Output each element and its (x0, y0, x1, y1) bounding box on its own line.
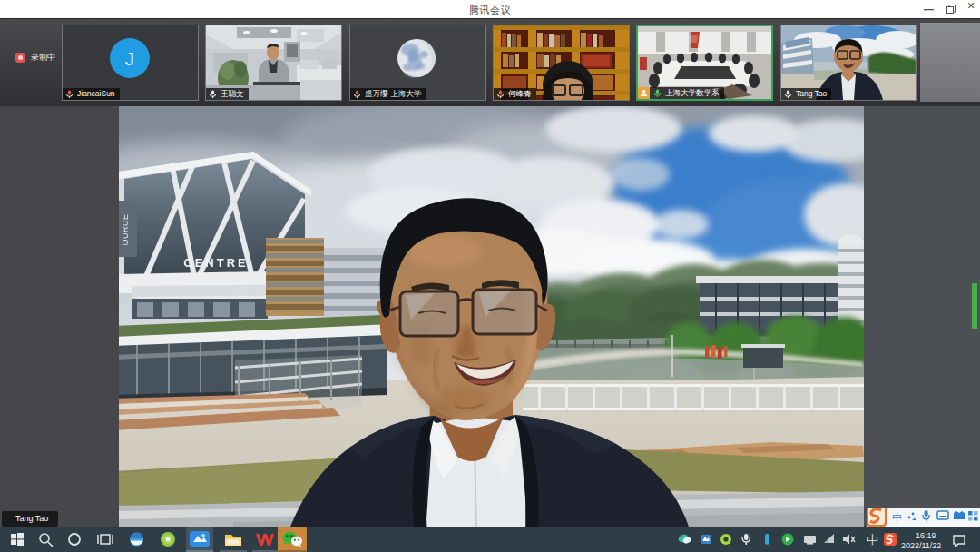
svg-text:16:19: 16:19 (916, 531, 936, 540)
svg-text:CENTRE: CENTRE (183, 256, 248, 270)
svg-text:中: 中 (867, 533, 878, 547)
svg-text:中: 中 (892, 512, 902, 523)
svg-text:J: J (125, 48, 135, 69)
svg-text:OURCE: OURCE (121, 213, 130, 245)
svg-text:2022/11/22: 2022/11/22 (901, 541, 941, 550)
